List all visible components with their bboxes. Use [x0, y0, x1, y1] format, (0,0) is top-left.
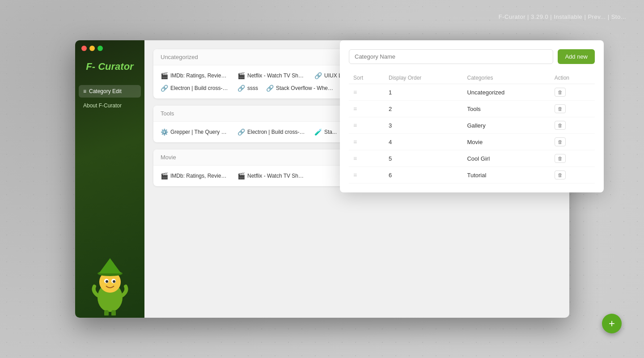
list-item[interactable]: ⚙️ Grepper | The Query & A...: [157, 126, 233, 138]
table-row: ≡ 4 Movie 🗑: [349, 134, 595, 150]
bookmark-title: Electron | Build cross-plat...: [170, 85, 229, 91]
bookmark-title: ssss: [247, 85, 258, 91]
table-row: ≡ 6 Tutorial 🗑: [349, 167, 595, 183]
row-order: 1: [384, 84, 463, 101]
svg-rect-9: [111, 310, 116, 315]
bookmark-title: Netflix - Watch TV Show...: [247, 72, 306, 79]
row-category-name: Movie: [462, 134, 550, 150]
delete-category-button[interactable]: 🗑: [555, 88, 566, 97]
bookmark-title: IMDb: Ratings, Reviews, ...: [170, 72, 229, 79]
bookmark-title: Stack Overflow - Where ...: [276, 85, 335, 91]
list-item[interactable]: 🔗 Stack Overflow - Where ...: [263, 82, 339, 94]
table-row: ≡ 3 Gallery 🗑: [349, 117, 595, 134]
row-category-name: Tutorial: [462, 167, 550, 183]
delete-category-button[interactable]: 🗑: [555, 137, 566, 146]
col-header-action: Action: [550, 72, 595, 84]
sidebar-item-category-edit[interactable]: ≡ Category Edit: [79, 85, 141, 98]
row-category-name: Gallery: [462, 117, 550, 134]
bookmark-favicon: ⚙️: [161, 128, 168, 136]
bookmark-favicon: 🎬: [161, 172, 168, 179]
delete-category-button[interactable]: 🗑: [555, 154, 566, 163]
row-category-name: Cool Girl: [462, 150, 550, 167]
row-category-name: Tools: [462, 101, 550, 117]
menu-icon: ≡: [83, 88, 86, 94]
drag-handle-icon[interactable]: ≡: [353, 138, 357, 145]
fab-button[interactable]: +: [602, 314, 622, 333]
delete-category-button[interactable]: 🗑: [555, 170, 566, 179]
table-row: ≡ 1 Uncategorized 🗑: [349, 84, 595, 101]
close-button[interactable]: [81, 46, 87, 51]
bookmark-title: Grepper | The Query & A...: [170, 129, 229, 135]
list-item[interactable]: 🔗 Electron | Build cross-plat...: [157, 82, 233, 94]
row-order: 6: [384, 167, 463, 183]
svg-point-6: [106, 280, 108, 283]
col-header-categories: Categories: [462, 72, 550, 84]
fullscreen-button[interactable]: [97, 46, 103, 51]
category-editor-panel: Add new Sort Display Order Categories Ac…: [340, 40, 604, 192]
list-item[interactable]: 🔗 ssss: [234, 82, 262, 94]
bookmark-favicon: 🔗: [161, 85, 168, 92]
minimize-button[interactable]: [89, 46, 95, 51]
category-name-input[interactable]: [349, 49, 553, 64]
list-item[interactable]: 🎬 Netflix - Watch TV Show...: [234, 70, 310, 81]
mascot-icon: [85, 253, 135, 315]
bookmark-favicon: 🎬: [161, 72, 168, 79]
bookmark-favicon: 🎬: [237, 72, 245, 79]
categories-table: Sort Display Order Categories Action ≡ 1…: [349, 72, 595, 183]
col-header-sort: Sort: [349, 72, 384, 84]
drag-handle-icon[interactable]: ≡: [353, 171, 357, 179]
svg-rect-8: [104, 310, 109, 315]
bookmark-favicon: 🔗: [266, 85, 274, 92]
add-new-button[interactable]: Add new: [558, 49, 595, 64]
bookmark-favicon: 🔗: [314, 72, 322, 79]
bookmark-title: Sta...: [324, 129, 337, 135]
bookmark-favicon: 🎬: [237, 172, 245, 179]
table-row: ≡ 5 Cool Girl 🗑: [349, 150, 595, 167]
list-item[interactable]: 🎬 IMDb: Ratings, Reviews, ...: [157, 170, 233, 182]
row-order: 2: [384, 101, 463, 117]
svg-marker-3: [99, 258, 121, 273]
mascot-area: [75, 115, 144, 318]
list-item[interactable]: 🎬 Netflix - Watch TV Show...: [234, 170, 310, 182]
drag-handle-icon[interactable]: ≡: [353, 89, 357, 96]
sidebar-menu: ≡ Category Edit About F-Curator: [75, 81, 144, 115]
row-category-name: Uncategorized: [462, 84, 550, 101]
svg-point-7: [113, 280, 115, 283]
app-logo: F- Curator: [75, 56, 144, 81]
drag-handle-icon[interactable]: ≡: [353, 122, 357, 129]
bookmark-favicon: 🧪: [314, 128, 322, 136]
drag-handle-icon[interactable]: ≡: [353, 105, 357, 112]
top-bar: F-Curator | 3.29.0 | Installable | Prev.…: [499, 13, 626, 20]
row-order: 4: [384, 134, 463, 150]
table-row: ≡ 2 Tools 🗑: [349, 101, 595, 117]
bookmark-favicon: 🔗: [237, 85, 245, 92]
bookmark-favicon: 🔗: [237, 128, 245, 136]
bookmark-title: IMDb: Ratings, Reviews, ...: [170, 173, 229, 179]
row-order: 5: [384, 150, 463, 167]
row-order: 3: [384, 117, 463, 134]
drag-handle-icon[interactable]: ≡: [353, 155, 357, 162]
sidebar-item-about[interactable]: About F-Curator: [79, 99, 141, 112]
traffic-lights: [75, 40, 144, 56]
list-item[interactable]: 🔗 Electron | Build cross-plat...: [234, 126, 310, 138]
delete-category-button[interactable]: 🗑: [555, 121, 566, 130]
category-input-row: Add new: [349, 49, 595, 64]
bookmark-title: Netflix - Watch TV Show...: [247, 173, 306, 179]
list-item[interactable]: 🎬 IMDb: Ratings, Reviews, ...: [157, 70, 233, 81]
list-item[interactable]: 🧪 Sta...: [311, 126, 340, 138]
sidebar: F- Curator ≡ Category Edit About F-Curat…: [75, 40, 144, 318]
delete-category-button[interactable]: 🗑: [555, 104, 566, 113]
col-header-order: Display Order: [384, 72, 463, 84]
bookmark-title: Electron | Build cross-plat...: [247, 129, 306, 135]
